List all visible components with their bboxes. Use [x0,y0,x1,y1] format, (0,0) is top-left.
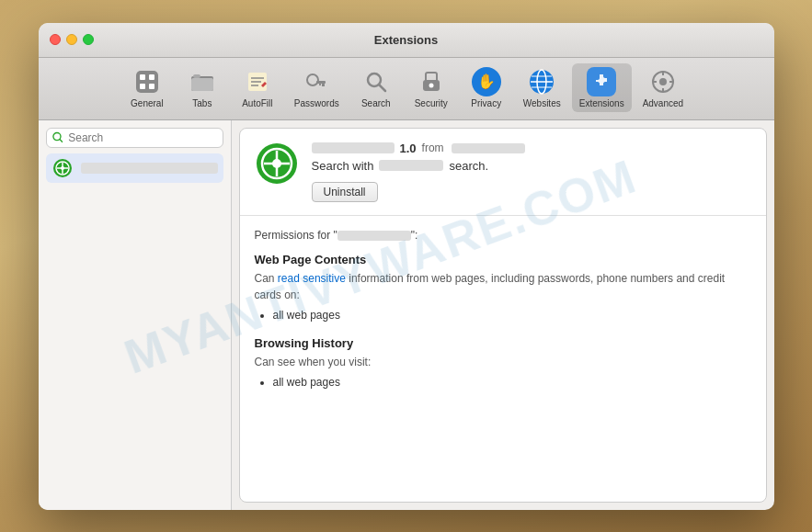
passwords-icon [302,67,331,96]
svg-rect-13 [316,81,326,84]
permissions-section: Permissions for "": Web Page Contents Ca… [240,216,766,416]
websites-label: Websites [523,98,561,108]
toolbar-item-websites[interactable]: Websites [516,63,568,112]
permissions-for-label: Permissions for " [255,229,337,242]
detail-top: 1.0 from Search with search. Uninstall [240,129,766,216]
svg-rect-14 [322,84,325,86]
ext-name-placeholder [312,142,395,153]
window-title: Extensions [374,33,438,47]
advanced-label: Advanced [643,98,683,108]
title-bar: Extensions [39,23,774,58]
permissions-for-suffix: ": [411,229,418,242]
extensions-icon-inner [587,67,616,96]
svg-line-17 [379,85,385,91]
ext-version-num: 1.0 [400,141,417,155]
ext-version-row: 1.0 from [312,141,751,155]
extensions-icon [587,67,616,96]
privacy-label: Privacy [471,98,501,108]
desc-link1: read [278,272,300,285]
safari-preferences-window: Extensions General [39,23,774,510]
search-suffix: search. [449,159,488,173]
minimize-button[interactable] [66,34,77,45]
svg-point-43 [272,159,281,168]
detail-panel: 1.0 from Search with search. Uninstall [239,128,767,503]
search-with-label: Search with [312,159,374,173]
sidebar-search-bar[interactable] [46,128,223,148]
toolbar-item-security[interactable]: Security [406,63,457,112]
main-content: 1.0 from Search with search. Uninstall [39,120,774,510]
sidebar [39,120,232,510]
passwords-label: Passwords [294,98,339,108]
tabs-label: Tabs [192,98,212,108]
toolbar-item-search[interactable]: Search [350,63,402,112]
general-label: General [131,98,164,108]
traffic-lights [50,34,94,45]
svg-rect-7 [191,78,213,91]
sidebar-extension-item[interactable] [46,153,223,183]
web-page-contents-list: all web pages [273,309,751,322]
svg-rect-4 [149,84,154,89]
svg-point-38 [61,166,64,170]
svg-rect-2 [149,74,154,80]
web-page-contents-desc: Can read sensitive information from web … [255,270,751,303]
ext-from-placeholder [452,143,525,153]
toolbar-item-general[interactable]: General [121,63,173,112]
sidebar-extension-icon [51,157,74,179]
maximize-button[interactable] [83,34,94,45]
security-label: Security [415,98,448,108]
perm-block-browsing-history: Browsing History Can see when you visit:… [255,336,751,389]
toolbar-item-privacy[interactable]: ✋ Privacy [461,63,512,112]
svg-point-27 [659,78,667,85]
browsing-history-title: Browsing History [255,336,751,350]
svg-rect-3 [140,84,145,89]
browsing-history-desc: Can see when you visit: [255,354,751,370]
websites-icon [527,67,556,96]
toolbar-item-passwords[interactable]: Passwords [287,63,347,112]
autofill-icon [243,67,272,96]
search-label: Search [361,98,391,108]
uninstall-button-wrapper: Uninstall [312,176,751,202]
security-icon [417,67,446,96]
tabs-icon [188,67,217,96]
ext-search-name-placeholder [379,160,443,171]
desc-link2: sensitive [303,272,346,285]
advanced-icon [648,67,678,96]
extensions-label: Extensions [579,98,624,108]
browsing-history-item-1: all web pages [273,376,751,389]
svg-line-33 [60,140,63,142]
permissions-title: Permissions for "": [255,229,751,242]
ext-search-row: Search with search. [312,159,751,173]
uninstall-button[interactable]: Uninstall [312,182,378,202]
permissions-ext-name-placeholder [337,231,411,241]
toolbar-item-extensions[interactable]: Extensions [572,63,632,112]
privacy-icon: ✋ [472,67,501,96]
toolbar: General Tabs A [39,58,774,120]
svg-rect-6 [193,74,200,78]
toolbar-item-advanced[interactable]: Advanced [635,63,691,112]
sidebar-search-icon [52,131,63,143]
sidebar-extension-name [81,163,218,174]
ext-icon-large [255,141,299,186]
toolbar-item-tabs[interactable]: Tabs [177,63,228,112]
perm-block-web-page-contents: Web Page Contents Can read sensitive inf… [255,253,751,322]
svg-rect-15 [319,84,321,85]
web-page-contents-item-1: all web pages [273,309,751,322]
browsing-history-list: all web pages [273,376,751,389]
privacy-icon-inner: ✋ [472,67,501,96]
svg-rect-1 [140,74,145,80]
web-page-contents-title: Web Page Contents [255,253,751,266]
sidebar-search-input[interactable] [68,131,216,144]
desc-pre: Can [255,272,278,285]
from-label: from [422,141,444,154]
svg-point-12 [307,74,318,85]
close-button[interactable] [50,34,61,45]
search-icon [361,67,391,96]
general-icon [132,67,162,96]
ext-info: 1.0 from Search with search. Uninstall [312,141,751,202]
svg-point-20 [429,83,433,87]
svg-rect-0 [136,71,158,93]
autofill-label: AutoFill [242,98,272,108]
toolbar-item-autofill[interactable]: AutoFill [232,63,283,112]
